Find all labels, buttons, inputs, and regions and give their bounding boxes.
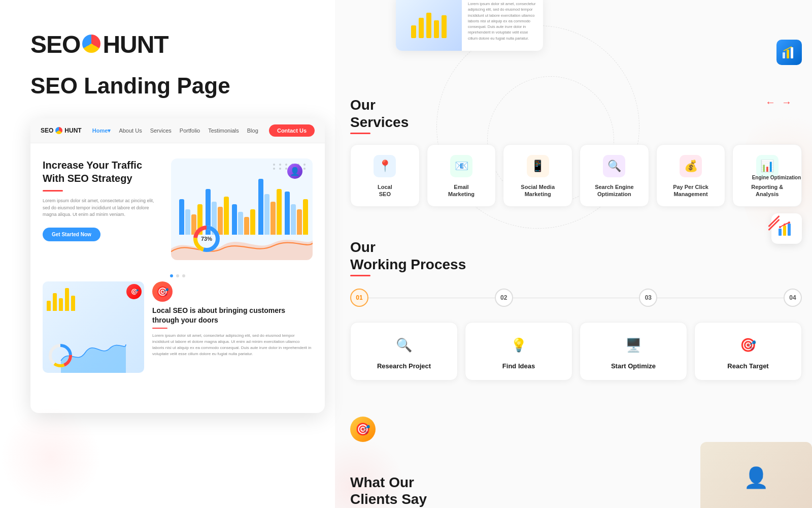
services-title: Our Services (350, 97, 802, 131)
svg-rect-14 (783, 52, 785, 58)
ideas-title: Find Ideas (473, 362, 564, 371)
browser-logo-circle (55, 127, 62, 134)
hero-chart-area: 73% 👤 (171, 158, 313, 260)
service-card-social[interactable]: 📱 Social MediaMarketing (503, 144, 572, 207)
dot (279, 164, 281, 166)
sb-2 (53, 293, 57, 311)
browser-hero: Increase Your Traffic With SEO Strategy … (30, 143, 325, 270)
research-icon: 🔍 (393, 334, 415, 356)
services-title-wrap: Our Services ← → (350, 97, 802, 134)
process-card-ideas[interactable]: 💡 Find Ideas (465, 322, 572, 380)
engine-optimization-label: Engine Optimization (751, 174, 802, 181)
hero-underline (43, 190, 63, 192)
dot (279, 168, 281, 170)
sb-4 (65, 288, 69, 311)
local-seo-content: 🎯 Local SEO is about bringing customers … (152, 281, 313, 373)
client-photo: 👤 (700, 442, 812, 508)
top-card-text: Lorem ipsum dolor sit amet, consectetur … (462, 0, 543, 51)
search-icon: 🔍 (607, 160, 621, 173)
step-line-1 (368, 298, 495, 298)
svg-rect-10 (419, 18, 424, 38)
browser-logo: SEO HUNT (41, 127, 82, 134)
nav-home[interactable]: Home▾ (92, 128, 111, 134)
svg-rect-9 (411, 25, 416, 38)
donut-area: 73% (191, 224, 222, 256)
local-seo-title: Local SEO is about bringing customers th… (152, 306, 313, 324)
svg-rect-15 (787, 50, 789, 58)
dot (273, 164, 275, 166)
ideas-icon: 💡 (507, 334, 530, 356)
process-card-optimize[interactable]: 🖥️ Start Optimize (580, 322, 687, 380)
logo-hunt-text: HUNT (103, 30, 168, 58)
local-seo-icon: 🎯 (152, 281, 173, 302)
search-label: Search EngineOptimization (586, 183, 642, 198)
service-card-local-seo[interactable]: 📍 LocalSEO (350, 144, 420, 207)
nav-testimonials[interactable]: Testimonials (208, 128, 239, 134)
svg-point-21 (784, 224, 786, 226)
step-line-3 (657, 298, 784, 298)
svg-rect-16 (791, 47, 793, 58)
browser-lower: 🎯 🎯 Local SEO is about bringing customer… (30, 281, 325, 383)
services-title-line2: Services (350, 114, 409, 130)
process-cards: 🔍 Research Project 💡 Find Ideas 🖥️ Start… (350, 322, 802, 380)
nav-services[interactable]: Services (150, 128, 172, 134)
left-bg-decor (0, 406, 101, 508)
logo-seo-text: SEO (30, 30, 80, 58)
service-card-email[interactable]: 📧 EmailMarketing (427, 144, 496, 207)
step-circle-01: 01 (350, 289, 368, 307)
deco-lines (766, 218, 782, 228)
top-image-thumbnail (396, 0, 462, 51)
next-arrow[interactable]: → (782, 97, 792, 108)
globe-target-icon: 🎯 (350, 417, 376, 442)
dot-indicator-active (170, 274, 173, 277)
nav-blog[interactable]: Blog (247, 128, 258, 134)
dot (303, 164, 306, 166)
service-cards: 📍 LocalSEO 📧 EmailMarketing 📱 Social Med… (350, 144, 802, 207)
step-circle-04: 04 (784, 289, 802, 307)
process-card-target[interactable]: 🎯 Reach Target (694, 322, 802, 380)
page-title: SEO Landing Page (30, 74, 304, 98)
social-icon: 📱 (531, 160, 545, 173)
hero-btn[interactable]: Get Started Now (43, 228, 100, 241)
step-circle-03: 03 (639, 289, 657, 307)
hero-title: Increase Your Traffic With SEO Strategy (43, 158, 161, 185)
clients-title-line2: Clients Say (350, 491, 427, 507)
prev-arrow[interactable]: ← (765, 97, 775, 108)
person-icon: 👤 (743, 466, 769, 490)
dot (303, 168, 306, 170)
local-seo-underline (152, 328, 167, 329)
sb-3 (59, 298, 63, 311)
hero-left: Increase Your Traffic With SEO Strategy … (43, 158, 161, 241)
svg-point-22 (788, 221, 790, 224)
email-label: EmailMarketing (433, 183, 490, 198)
nav-portfolio[interactable]: Portfolio (180, 128, 200, 134)
process-underline (350, 275, 370, 276)
nav-about[interactable]: About Us (119, 128, 142, 134)
process-title: Our Working Process (350, 239, 802, 273)
chart-icon-topright (776, 40, 802, 65)
research-title: Research Project (359, 362, 449, 371)
contact-btn[interactable]: Contact Us (269, 124, 315, 137)
service-card-search[interactable]: 🔍 Search EngineOptimization (580, 144, 649, 207)
process-card-research[interactable]: 🔍 Research Project (350, 322, 458, 380)
donut-chart: 73% (191, 224, 222, 254)
ppc-icon: 💰 (684, 160, 698, 173)
optimize-title: Start Optimize (588, 362, 679, 371)
process-title-line1: Our (350, 239, 376, 255)
small-bars (47, 285, 75, 311)
services-section: Our Services ← → 📍 LocalSEO 📧 (350, 97, 802, 207)
browser-nav-links: Home▾ About Us Services Portfolio Testim… (92, 128, 258, 134)
process-steps: 01 02 03 04 (350, 289, 802, 307)
top-image-card: Lorem ipsum dolor sit amet, consectetur … (396, 0, 543, 51)
dot-indicator-1 (176, 274, 179, 277)
step-line-2 (513, 298, 639, 298)
right-panel: Lorem ipsum dolor sit amet, consectetur … (335, 0, 812, 508)
optimize-icon: 🖥️ (622, 334, 645, 356)
service-card-ppc[interactable]: 💰 Pay Per ClickManagement (656, 144, 726, 207)
ppc-label: Pay Per ClickManagement (663, 183, 719, 198)
search-card-icon: 🔍 (603, 155, 625, 177)
email-icon: 📧 (455, 160, 468, 173)
browser-logo-seo: SEO (41, 127, 53, 134)
dot (285, 164, 287, 166)
target-process-icon: 🎯 (737, 334, 759, 356)
